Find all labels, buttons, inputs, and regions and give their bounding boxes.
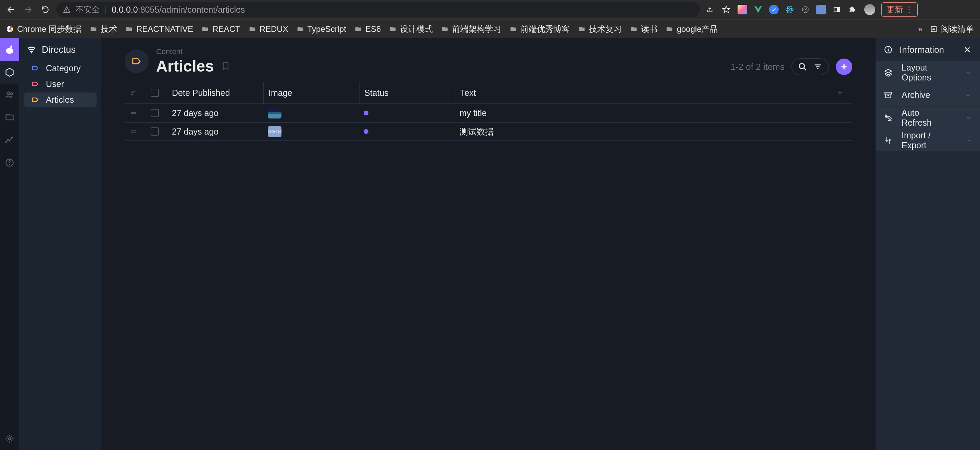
sidebar-item-articles[interactable]: Articles xyxy=(24,92,97,107)
panel-item-label: Archive xyxy=(902,90,930,100)
svg-point-8 xyxy=(805,9,806,10)
bookmark-item[interactable]: 前端优秀博客 xyxy=(509,24,570,35)
extension-icon-target[interactable] xyxy=(800,5,810,14)
sidebar-item-category[interactable]: Category xyxy=(24,61,97,75)
reload-button[interactable] xyxy=(39,3,51,16)
svg-point-18 xyxy=(5,142,7,143)
rail-docs[interactable] xyxy=(0,151,19,174)
select-all[interactable] xyxy=(146,82,167,103)
bookmark-item[interactable]: REACTNATIVE xyxy=(125,24,193,34)
row-checkbox[interactable] xyxy=(146,122,167,140)
bookmark-outline-icon[interactable] xyxy=(221,61,231,71)
bookmark-item[interactable]: REACT xyxy=(201,24,240,34)
svg-point-12 xyxy=(9,28,11,30)
cell-status xyxy=(359,122,455,140)
rail-insights[interactable] xyxy=(0,129,19,151)
app-container: Directus CategoryUserArticles Content Ar… xyxy=(0,38,980,450)
extension-icon[interactable] xyxy=(738,5,747,14)
page-header: Content Articles 1-2 of 2 items xyxy=(101,45,875,82)
label-icon xyxy=(32,80,40,88)
bookmark-item[interactable]: 读书 xyxy=(630,24,657,35)
svg-rect-10 xyxy=(837,8,840,12)
svg-point-19 xyxy=(7,139,9,141)
svg-point-17 xyxy=(11,93,13,95)
sort-column[interactable] xyxy=(125,82,146,103)
cell-text: 测试数据 xyxy=(455,122,550,140)
breadcrumb[interactable]: Content xyxy=(156,47,723,56)
bookmark-item[interactable]: Chrome 同步数据 xyxy=(6,24,81,35)
svg-point-21 xyxy=(11,137,13,138)
extension-icon-check[interactable] xyxy=(769,5,779,14)
bookmark-item[interactable]: REDUX xyxy=(248,24,288,34)
label-icon xyxy=(32,95,40,104)
brand-logo[interactable] xyxy=(0,38,19,61)
close-icon[interactable] xyxy=(963,45,972,54)
panel-item-label: Layout Options xyxy=(902,63,948,83)
rail-users[interactable] xyxy=(0,84,19,106)
bookmark-item[interactable]: 设计模式 xyxy=(389,24,433,35)
svg-point-23 xyxy=(9,164,10,165)
wifi-icon xyxy=(27,45,36,54)
col-text[interactable]: Text xyxy=(455,82,550,103)
main-content: Content Articles 1-2 of 2 items xyxy=(101,38,875,450)
extension-icon-panel[interactable] xyxy=(832,5,842,14)
col-image[interactable]: Image xyxy=(263,82,359,103)
bookmark-star-icon[interactable] xyxy=(721,5,732,15)
label-icon xyxy=(132,56,142,67)
bookmark-item[interactable]: google产品 xyxy=(666,24,718,35)
chevron-down-icon xyxy=(964,91,972,99)
cell-status xyxy=(359,104,455,122)
table-row[interactable]: 27 days ago250x250测试数据 xyxy=(125,122,852,141)
extensions-puzzle-icon[interactable] xyxy=(848,5,858,15)
share-icon[interactable] xyxy=(705,5,715,15)
filter-icon[interactable] xyxy=(813,62,822,71)
profile-avatar[interactable] xyxy=(864,4,875,15)
reading-list-button[interactable]: 阅读清单 xyxy=(930,24,974,35)
warning-icon xyxy=(63,6,70,13)
panel-item-archive[interactable]: Archive xyxy=(875,84,980,106)
panel-item-import-export[interactable]: Import / Export xyxy=(875,129,980,151)
archive-icon xyxy=(884,91,892,100)
panel-item-auto-refresh[interactable]: Auto Refresh xyxy=(875,106,980,129)
svg-point-25 xyxy=(31,52,32,54)
bookmark-overflow[interactable]: » xyxy=(918,24,923,34)
label-icon xyxy=(32,64,40,72)
bookmark-item[interactable]: 技术 xyxy=(90,24,117,35)
list-icon xyxy=(930,25,937,33)
extension-icon-square[interactable] xyxy=(816,5,826,14)
add-button[interactable] xyxy=(836,59,852,75)
table-row[interactable]: 27 days agomy title xyxy=(125,104,852,122)
url-bar[interactable]: 不安全 | 0.0.0.0:8055/admin/content/article… xyxy=(56,2,700,17)
back-button[interactable] xyxy=(5,3,17,16)
extension-icon-vue[interactable] xyxy=(753,5,763,14)
cell-image xyxy=(263,104,359,122)
sidebar-header: Directus xyxy=(19,38,101,61)
item-count: 1-2 of 2 items xyxy=(730,62,784,72)
row-checkbox[interactable] xyxy=(146,104,167,122)
col-status[interactable]: Status xyxy=(359,82,455,103)
bookmark-item[interactable]: 前端架构学习 xyxy=(441,24,501,35)
bookmark-item[interactable]: TypeScript xyxy=(296,24,346,34)
svg-point-16 xyxy=(7,92,10,94)
sidebar-item-user[interactable]: User xyxy=(24,77,97,91)
bookmark-item[interactable]: 技术复习 xyxy=(578,24,622,35)
rail-content[interactable] xyxy=(0,61,19,84)
cell-text: my title xyxy=(455,104,550,122)
search-icon[interactable] xyxy=(798,62,807,71)
panel-item-layout-options[interactable]: Layout Options xyxy=(875,61,980,84)
drag-handle[interactable] xyxy=(125,122,146,140)
rail-files[interactable] xyxy=(0,106,19,129)
drag-handle[interactable] xyxy=(125,104,146,122)
add-column[interactable] xyxy=(831,82,852,103)
extension-icon-react[interactable] xyxy=(785,5,794,14)
bookmark-item[interactable]: ES6 xyxy=(355,24,381,34)
rail-settings[interactable] xyxy=(0,428,19,450)
update-button[interactable]: 更新 ⋮ xyxy=(881,2,918,17)
svg-rect-47 xyxy=(885,92,892,94)
browser-toolbar: 不安全 | 0.0.0.0:8055/admin/content/article… xyxy=(0,0,980,19)
nav-rail xyxy=(0,38,19,450)
cell-date: 27 days ago xyxy=(167,122,263,140)
chrome-actions: 更新 ⋮ xyxy=(705,2,918,17)
col-date[interactable]: Dete Published xyxy=(167,82,263,103)
forward-button[interactable] xyxy=(22,3,34,16)
